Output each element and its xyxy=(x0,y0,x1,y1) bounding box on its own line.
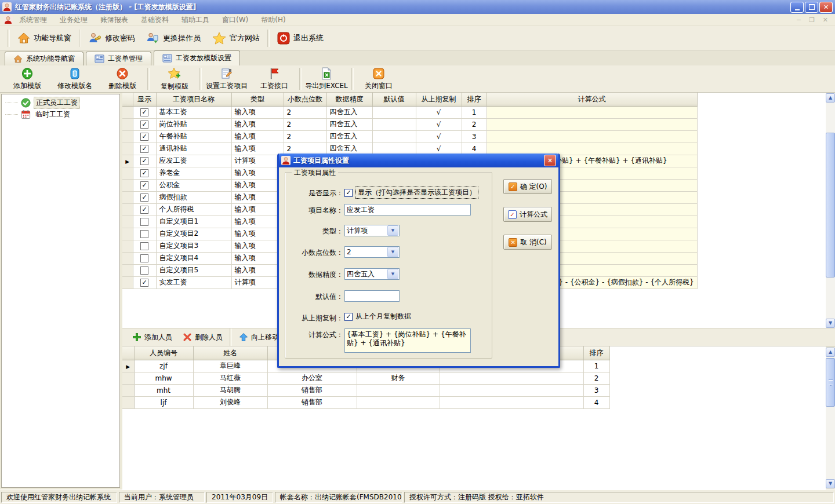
show-checkbox-cell[interactable]: ✓ xyxy=(133,203,156,216)
show-checkbox-cell[interactable] xyxy=(133,252,156,264)
close-button[interactable]: ✕ xyxy=(819,2,833,13)
column-header[interactable] xyxy=(122,93,133,106)
copy-prev-checkbox-label[interactable]: 从上个月复制数据 xyxy=(355,312,411,322)
checkbox-icon[interactable] xyxy=(140,230,148,238)
tab-系统功能导航窗[interactable]: 系统功能导航窗 xyxy=(5,52,84,65)
toolbar-button-rename[interactable]: 修改模版名 xyxy=(51,66,99,92)
table-row[interactable]: ✓岗位补贴输入项2四舍五入√2 xyxy=(122,118,697,130)
show-checkbox-cell[interactable]: ✓ xyxy=(133,276,156,288)
checkbox-icon[interactable]: ✓ xyxy=(140,169,148,177)
checkbox-icon[interactable] xyxy=(140,254,148,262)
minimize-button[interactable] xyxy=(790,2,804,13)
show-checkbox[interactable]: ✓ xyxy=(344,189,353,197)
toolbar-button-star[interactable]: 官方网站 xyxy=(206,28,266,48)
toolbar-button-delete-person[interactable]: 删除人员 xyxy=(177,331,228,344)
toolbar-button-home[interactable]: 功能导航窗 xyxy=(12,28,77,48)
toolbar-button-flag[interactable]: 工资接口 xyxy=(251,66,298,92)
checkbox-icon[interactable]: ✓ xyxy=(140,157,148,165)
table-row[interactable]: mhw马红薇办公室财务2 xyxy=(122,372,609,384)
show-checkbox-cell[interactable]: ✓ xyxy=(133,143,156,155)
column-header-从上期复制[interactable]: 从上期复制 xyxy=(416,93,462,106)
show-checkbox-cell[interactable]: ✓ xyxy=(133,191,156,203)
toolbar-button-excel[interactable]: 导出到EXCEL xyxy=(303,66,350,92)
dialog-close-button[interactable]: ✕ xyxy=(544,155,556,166)
column-header-人员编号[interactable]: 人员编号 xyxy=(134,346,193,360)
checkbox-icon[interactable]: ✓ xyxy=(140,193,148,202)
scrollbar-thumb[interactable] xyxy=(826,358,835,407)
show-checkbox-label[interactable]: 显示（打勾选择是否显示该工资项目） xyxy=(355,187,478,199)
table-row[interactable]: ✓午餐补贴输入项2四舍五入√3 xyxy=(122,130,697,143)
checkbox-icon[interactable]: ✓ xyxy=(140,145,148,153)
mdi-close-icon[interactable]: ✕ xyxy=(823,16,828,24)
toolbar-button-set-items[interactable]: 设置工资项目 xyxy=(203,66,251,92)
table-row[interactable]: mht马胡腾销售部3 xyxy=(122,384,609,396)
toolbar-button-add-person[interactable]: 添加人员 xyxy=(127,331,177,344)
decimals-select[interactable]: 2 ▼ xyxy=(344,246,400,258)
checkbox-icon[interactable]: ✓ xyxy=(140,108,148,116)
chevron-down-icon[interactable]: ▼ xyxy=(387,247,398,257)
scrollbar-thumb[interactable] xyxy=(826,133,835,277)
show-checkbox-cell[interactable] xyxy=(133,264,156,276)
checkbox-icon[interactable]: ✓ xyxy=(140,133,148,141)
show-checkbox-cell[interactable] xyxy=(133,240,156,252)
column-header-显示[interactable]: 显示 xyxy=(133,93,156,106)
checkbox-icon[interactable] xyxy=(140,266,148,275)
column-header-数据精度[interactable]: 数据精度 xyxy=(326,93,372,106)
show-checkbox-cell[interactable]: ✓ xyxy=(133,106,156,118)
table-row[interactable]: ✓通讯补贴输入项2四舍五入√4 xyxy=(122,143,697,155)
formula-textarea[interactable]: {基本工资} + {岗位补贴} + {午餐补贴} + {通讯补贴} xyxy=(344,328,471,353)
toolbar-button-delete[interactable]: 删除模版 xyxy=(99,66,146,92)
scroll-up-icon[interactable]: ▲ xyxy=(826,348,835,357)
staff-grid-scrollbar[interactable]: ▲ ▼ xyxy=(826,348,835,488)
copy-prev-checkbox[interactable]: ✓ xyxy=(344,313,353,321)
checkbox-icon[interactable]: ✓ xyxy=(140,279,148,287)
restore-button[interactable] xyxy=(805,2,818,13)
menu-item-业务处理[interactable]: 业务处理 xyxy=(53,15,94,25)
menu-item-基础资料[interactable]: 基础资料 xyxy=(135,15,175,25)
column-header-默认值[interactable]: 默认值 xyxy=(372,93,416,106)
column-header-姓名[interactable]: 姓名 xyxy=(193,346,267,360)
checkbox-icon[interactable]: ✓ xyxy=(140,181,148,189)
show-checkbox-cell[interactable]: ✓ xyxy=(133,130,156,143)
mdi-minimize-icon[interactable]: ─ xyxy=(797,16,801,24)
menu-item-辅助工具[interactable]: 辅助工具 xyxy=(175,15,216,25)
formula-button[interactable]: ✓ 计算公式 xyxy=(503,207,552,222)
tab-工资发放模版设置[interactable]: 工资发放模版设置 xyxy=(154,50,240,65)
scroll-down-icon[interactable]: ▼ xyxy=(826,479,835,488)
ok-button[interactable]: ✓ 确 定(O) xyxy=(503,179,552,194)
toolbar-button-move-up[interactable]: 向上移动 xyxy=(234,331,284,344)
chevron-down-icon[interactable]: ▼ xyxy=(387,225,398,236)
item-name-input[interactable] xyxy=(344,204,471,216)
table-row[interactable]: ljf刘俊峰销售部4 xyxy=(122,396,609,408)
tree-item-临时工工资[interactable]: 临时工工资 xyxy=(2,108,119,120)
toolbar-button-exit[interactable]: 退出系统 xyxy=(271,28,329,48)
show-checkbox-cell[interactable]: ✓ xyxy=(133,167,156,179)
scroll-down-icon[interactable]: ▼ xyxy=(826,319,835,328)
menu-item-账簿报表[interactable]: 账簿报表 xyxy=(94,15,135,25)
column-header-计算公式[interactable]: 计算公式 xyxy=(487,93,697,106)
show-checkbox-cell[interactable]: ✓ xyxy=(133,118,156,130)
column-header-类型[interactable]: 类型 xyxy=(231,93,284,106)
toolbar-button-switch-user[interactable]: 更换操作员 xyxy=(141,28,206,48)
cancel-button[interactable]: ✕ 取 消(C) xyxy=(503,235,552,250)
show-checkbox-cell[interactable]: ✓ xyxy=(133,155,156,167)
checkbox-icon[interactable] xyxy=(140,242,148,250)
menu-item-帮助(H)[interactable]: 帮助(H) xyxy=(255,15,292,25)
column-header[interactable] xyxy=(122,346,134,360)
tab-工资单管理[interactable]: 工资单管理 xyxy=(86,52,151,65)
type-select[interactable]: 计算项 ▼ xyxy=(344,225,400,236)
salary-grid-scrollbar[interactable]: ▲ ▼ xyxy=(826,93,835,328)
column-header-小数点位数[interactable]: 小数点位数 xyxy=(284,93,326,106)
menu-item-窗口(W)[interactable]: 窗口(W) xyxy=(216,15,255,25)
table-row[interactable]: ✓基本工资输入项2四舍五入√1 xyxy=(122,106,697,118)
show-checkbox-cell[interactable]: ✓ xyxy=(133,179,156,191)
menu-item-系统管理[interactable]: 系统管理 xyxy=(13,15,53,25)
tree-item-正式员工工资[interactable]: 正式员工工资 xyxy=(2,97,119,108)
mdi-restore-icon[interactable]: ❐ xyxy=(809,16,815,24)
column-header-工资项目名称[interactable]: 工资项目名称 xyxy=(156,93,231,106)
column-header-排序[interactable]: 排序 xyxy=(583,346,609,360)
column-header-排序[interactable]: 排序 xyxy=(462,93,487,106)
toolbar-button-add[interactable]: 添加模版 xyxy=(3,66,51,92)
precision-select[interactable]: 四舍五入 ▼ xyxy=(344,268,400,280)
checkbox-icon[interactable] xyxy=(140,218,148,226)
